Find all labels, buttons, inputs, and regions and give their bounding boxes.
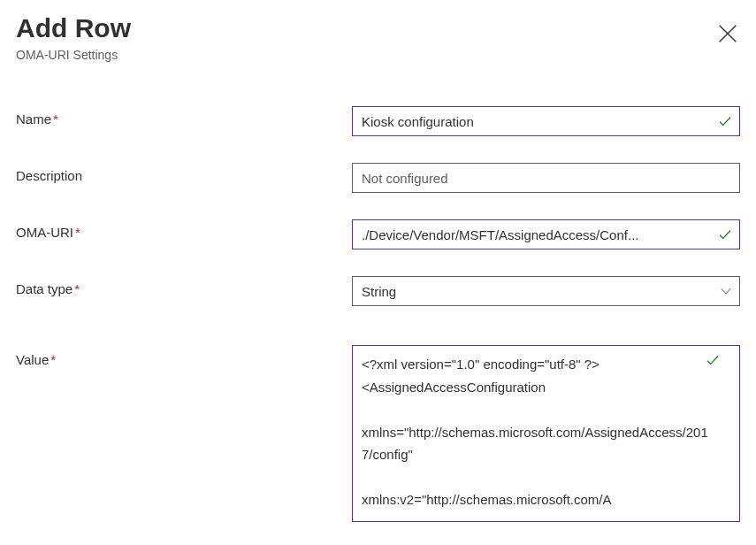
close-icon — [715, 21, 740, 46]
value-label: Value* — [16, 345, 352, 367]
checkmark-icon — [717, 113, 733, 129]
oma-uri-label: OMA-URI* — [16, 219, 352, 240]
description-input[interactable] — [352, 163, 740, 193]
data-type-value: String — [362, 284, 396, 299]
name-input[interactable] — [352, 106, 740, 136]
oma-uri-input[interactable] — [352, 219, 740, 249]
checkmark-icon — [717, 226, 733, 242]
data-type-select[interactable]: String — [352, 276, 740, 306]
data-type-label: Data type* — [16, 276, 352, 296]
name-label: Name* — [16, 106, 352, 127]
page-title: Add Row — [16, 12, 131, 44]
description-label: Description — [16, 163, 352, 183]
chevron-down-icon — [719, 285, 733, 297]
value-textarea[interactable] — [352, 345, 740, 522]
checkmark-icon — [705, 352, 721, 368]
close-button[interactable] — [715, 21, 740, 46]
page-subtitle: OMA-URI Settings — [16, 48, 131, 62]
